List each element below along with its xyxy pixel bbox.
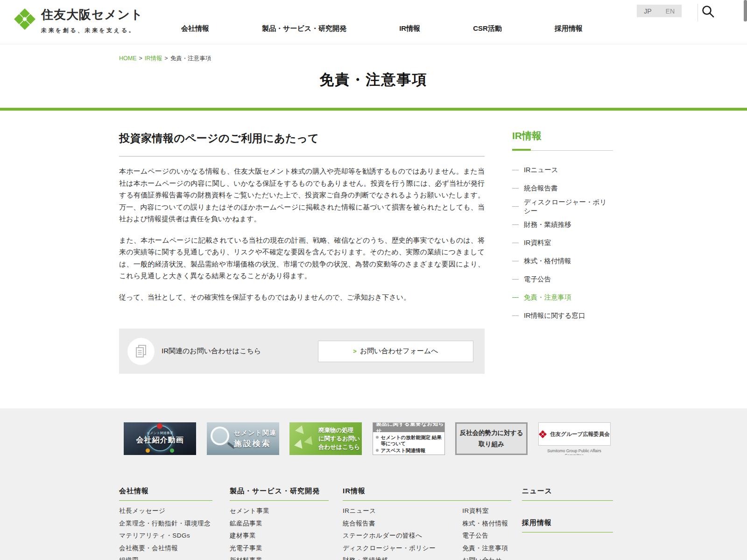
footer-link[interactable]: 鉱産品事業 <box>230 519 329 528</box>
sumitomo-group-card: 住友グループ広報委員会 <box>538 422 611 446</box>
footer-link[interactable]: 会社概要・会社情報 <box>119 544 212 553</box>
nav-ir[interactable]: IR情報 <box>399 24 420 33</box>
document-icon <box>134 344 148 358</box>
contact-form-button[interactable]: > お問い合わせフォームへ <box>318 341 473 362</box>
footer-header-news[interactable]: ニュース <box>522 487 613 496</box>
banner-line2: 施設検索 <box>234 438 271 449</box>
footer-link[interactable]: マテリアリティ・SDGs <box>119 532 212 540</box>
footer-link[interactable]: 財務・業績推移 <box>343 556 436 560</box>
banner-title: 会社紹介動画 <box>124 435 196 445</box>
footer-header-company[interactable]: 会社情報 <box>119 487 212 496</box>
footer-col-company: 会社情報 社長メッセージ 企業理念・行動指針・環境理念 マテリアリティ・SDGs… <box>119 487 212 560</box>
recycle-arrow-icon <box>304 436 316 448</box>
language-switch: JP EN <box>637 5 682 17</box>
sidebar-item-ir-contact[interactable]: IR情報に関する窓口 <box>512 307 613 325</box>
dash-icon <box>512 297 519 298</box>
dash-icon <box>512 188 519 189</box>
footer-rule <box>119 500 212 501</box>
banner-anti-social[interactable]: 反社会的勢力に対する 取り組み <box>455 422 528 455</box>
footer-link[interactable]: ステークホルダーの皆様へ <box>343 532 436 540</box>
breadcrumb-home[interactable]: HOME <box>119 55 137 62</box>
footer-header-products[interactable]: 製品・サービス・研究開発 <box>230 487 329 496</box>
dot-icon <box>170 448 174 453</box>
sidebar-item-integrated-report[interactable]: 統合報告書 <box>512 179 613 197</box>
lang-jp-button[interactable]: JP <box>637 7 658 15</box>
ir-contact-box: IR関連のお問い合わせはこちら > お問い合わせフォームへ <box>119 329 485 374</box>
lang-en-button[interactable]: EN <box>659 7 682 15</box>
footer-link[interactable]: お問い合わせ <box>462 556 508 560</box>
dash-icon <box>512 170 519 170</box>
dash-icon <box>512 261 519 261</box>
company-tagline: 未来を創る、未来を支える。 <box>41 27 143 35</box>
banner-waste-contact[interactable]: 廃棄物の処理 に関するお問い 合わせはこちら <box>289 422 362 455</box>
breadcrumb-ir[interactable]: IR情報 <box>145 55 162 62</box>
banner-facility-search[interactable]: セメント関連 施設検索 <box>207 422 279 455</box>
banner-product-notice[interactable]: 製品に関する重要なお知らせ セメントの放射能測定 結果等について アスベスト関連… <box>373 422 445 455</box>
footer-link[interactable]: ディスクロージャー・ポリシー <box>343 544 436 553</box>
sidebar-menu: IRニュース 統合報告書 ディスクロージャー・ポリシー 財務・業績推移 IR資料… <box>512 161 613 325</box>
sidebar-item-ir-library[interactable]: IR資料室 <box>512 234 613 252</box>
scrollbar-thumb[interactable] <box>744 0 747 21</box>
disclaimer-paragraph-1: 本ホームページのいかなる情報も、住友大阪セメント株式の購入や売却等を勧誘するもの… <box>119 165 485 225</box>
footer-link[interactable]: 統合報告書 <box>343 519 436 528</box>
footer-link[interactable]: 組織図 <box>119 556 212 560</box>
dot-icon <box>146 448 150 453</box>
nav-company[interactable]: 会社情報 <box>181 24 209 33</box>
search-icon[interactable] <box>701 5 714 18</box>
header-divider <box>698 4 698 21</box>
footer-link[interactable]: 免責・注意事項 <box>462 544 508 553</box>
sidebar-title: IR情報 <box>512 129 613 142</box>
banner-company-video[interactable]: セメント関連事業 会社紹介動画 <box>124 422 196 455</box>
contact-button-label: お問い合わせフォームへ <box>360 347 438 356</box>
banner-subtitle: セメント関連事業 <box>124 431 196 435</box>
breadcrumb: HOME>IR情報>免責・注意事項 <box>119 55 211 63</box>
sumitomo-igeta-icon <box>14 8 35 30</box>
sumitomo-group-caption: Sumitomo Group Public Affairs Committee <box>538 448 611 455</box>
footer-link[interactable]: セメント事業 <box>230 507 329 515</box>
page-title: 免責・注意事項 <box>0 70 747 90</box>
recycle-arrow-icon <box>293 440 302 450</box>
sidebar-item-disclosure-policy[interactable]: ディスクロージャー・ポリシー <box>512 197 613 216</box>
sidebar-item-electronic-notice[interactable]: 電子公告 <box>512 270 613 288</box>
footer-header-ir[interactable]: IR情報 <box>343 487 511 496</box>
global-nav: 会社情報 製品・サービス・研究開発 IR情報 CSR活動 採用情報 <box>181 24 583 33</box>
dash-icon <box>512 224 519 225</box>
footer-link[interactable]: 電子公告 <box>462 532 508 540</box>
dash-icon <box>512 206 519 207</box>
footer-link[interactable]: 新材料事業 <box>230 556 329 560</box>
footer-header-recruit[interactable]: 採用情報 <box>522 518 613 527</box>
sidebar-item-stock-rating[interactable]: 株式・格付情報 <box>512 252 613 270</box>
footer-col-news: ニュース <box>522 487 613 501</box>
sidebar-title-rule <box>512 149 613 151</box>
banner-text: 廃棄物の処理 に関するお問い 合わせはこちら <box>318 426 360 451</box>
footer-link[interactable]: 光電子事業 <box>230 544 329 553</box>
main-content: 投資家情報のページのご利用にあたって 本ホームページのいかなる情報も、住友大阪セ… <box>119 111 485 374</box>
logo[interactable]: 住友大阪セメント 未来を創る、未来を支える。 <box>14 7 143 35</box>
footer-col-recruit: 採用情報 <box>522 518 613 532</box>
notice-header: 製品に関する重要なお知らせ <box>373 423 444 432</box>
heading-divider <box>119 156 485 157</box>
notice-item[interactable]: アスベスト関連情報 <box>376 448 443 454</box>
nav-products[interactable]: 製品・サービス・研究開発 <box>262 24 346 33</box>
footer-link[interactable]: 建材事業 <box>230 532 329 540</box>
nav-csr[interactable]: CSR活動 <box>473 24 502 33</box>
notice-item[interactable]: セメントの放射能測定 結果等について <box>376 434 443 446</box>
header: 住友大阪セメント 未来を創る、未来を支える。 会社情報 製品・サービス・研究開発… <box>0 0 747 44</box>
footer-link[interactable]: 社長メッセージ <box>119 507 212 515</box>
sidebar-item-financials[interactable]: 財務・業績推移 <box>512 216 613 234</box>
sidebar-item-ir-news[interactable]: IRニュース <box>512 161 613 179</box>
footer-link[interactable]: 企業理念・行動指針・環境理念 <box>119 519 212 528</box>
nav-recruit[interactable]: 採用情報 <box>555 24 583 33</box>
chevron-right-icon: > <box>353 348 357 355</box>
footer-link[interactable]: IRニュース <box>343 507 436 515</box>
breadcrumb-separator: > <box>139 55 142 62</box>
contact-icon-circle <box>127 338 155 365</box>
sidebar-item-disclaimer[interactable]: 免責・注意事項 <box>512 288 613 307</box>
breadcrumb-separator: > <box>164 55 168 62</box>
footer-link[interactable]: IR資料室 <box>462 507 508 515</box>
sumitomo-group-icon <box>539 430 547 438</box>
footer-col-ir: IR情報 IRニュース 統合報告書 ステークホルダーの皆様へ ディスクロージャー… <box>343 487 511 560</box>
footer-link[interactable]: 株式・格付情報 <box>462 519 508 528</box>
banner-sumitomo-group[interactable]: 住友グループ広報委員会 Sumitomo Group Public Affair… <box>538 422 611 455</box>
disclaimer-paragraph-2: また、本ホームページに記載されている当社の現在の計画、戦略、確信などのうち、歴史… <box>119 234 485 282</box>
